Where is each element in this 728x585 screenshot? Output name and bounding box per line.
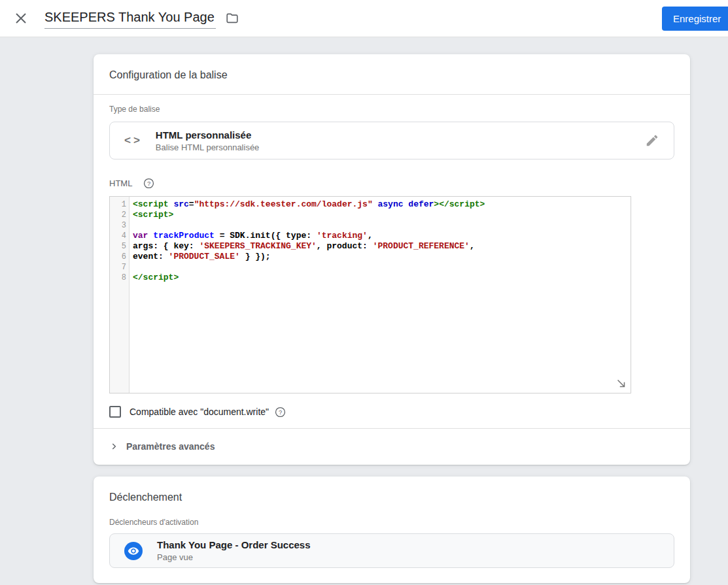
visibility-eye-icon	[124, 542, 143, 560]
line-number: 1	[110, 199, 126, 210]
svg-text:?: ?	[147, 180, 150, 187]
tag-configuration-card: Configuration de la balise Type de balis…	[94, 54, 690, 465]
tag-type-description: Balise HTML personnalisée	[156, 142, 259, 152]
trigger-row[interactable]: Thank You Page - Order Success Page vue	[109, 533, 674, 568]
top-bar: SKEEPERS Thank You Page Enregistrer	[0, 0, 728, 37]
tag-type-box[interactable]: <> HTML personnalisée Balise HTML person…	[109, 122, 674, 159]
tag-type-label: Type de balise	[109, 105, 674, 114]
chevron-right-icon	[109, 442, 118, 451]
close-icon[interactable]	[13, 10, 29, 26]
code-line[interactable]: var trackProduct = SDK.init({ type: 'tra…	[133, 231, 485, 241]
pencil-icon[interactable]	[645, 133, 661, 149]
line-number: 8	[110, 273, 126, 283]
line-number: 5	[110, 241, 126, 252]
line-number: 4	[110, 231, 126, 241]
advanced-settings-label: Paramètres avancés	[126, 441, 215, 452]
document-write-checkbox[interactable]	[109, 406, 121, 418]
code-line[interactable]: <script>	[133, 210, 485, 220]
tag-name-input[interactable]: SKEEPERS Thank You Page	[44, 8, 216, 29]
code-line[interactable]	[133, 262, 485, 273]
folder-icon[interactable]	[224, 10, 240, 26]
trigger-card: Déclenchement Déclencheurs d'activation …	[94, 476, 690, 583]
editor-line-numbers: 12345678	[110, 197, 130, 393]
html-code-editor[interactable]: 12345678 <script src="https://sdk.teeste…	[109, 196, 631, 393]
svg-text:?: ?	[279, 409, 282, 415]
tag-type-name: HTML personnalisée	[156, 129, 259, 141]
help-circle-icon[interactable]: ?	[143, 178, 154, 189]
document-write-label: Compatible avec "document.write"	[130, 407, 269, 417]
advanced-settings-expander[interactable]: Paramètres avancés	[94, 428, 690, 465]
code-line[interactable]: event: 'PRODUCT_SALE' } });	[133, 252, 485, 262]
line-number: 3	[110, 220, 126, 231]
code-angle-brackets-icon: <>	[124, 134, 143, 147]
trigger-name: Thank You Page - Order Success	[157, 539, 311, 550]
line-number: 2	[110, 210, 126, 220]
trigger-card-title: Déclenchement	[94, 476, 690, 516]
html-field-label: HTML	[109, 178, 132, 188]
save-button[interactable]: Enregistrer	[662, 7, 728, 31]
line-number: 6	[110, 252, 126, 262]
code-line[interactable]: <script src="https://sdk.teester.com/loa…	[133, 199, 485, 210]
help-circle-icon[interactable]: ?	[275, 407, 286, 418]
tag-configuration-title: Configuration de la balise	[94, 54, 690, 95]
code-line[interactable]	[133, 220, 485, 231]
resize-south-east-icon[interactable]	[615, 378, 627, 390]
line-number: 7	[110, 262, 126, 273]
activation-triggers-label: Déclencheurs d'activation	[109, 518, 674, 527]
code-line[interactable]: args: { key: 'SKEEPERS_TRACKING_KEY', pr…	[133, 241, 485, 252]
editor-code[interactable]: <script src="https://sdk.teester.com/loa…	[130, 197, 485, 393]
code-line[interactable]: </script>	[133, 273, 485, 283]
trigger-type: Page vue	[157, 552, 311, 562]
